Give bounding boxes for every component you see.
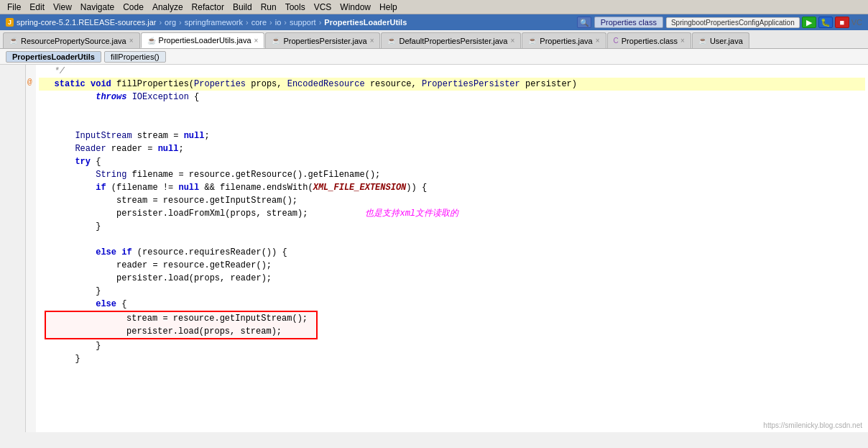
menu-item-help[interactable]: Help	[375, 2, 402, 12]
code-area[interactable]: */ static void fillProperties(Properties…	[36, 65, 868, 432]
bc-org[interactable]: org	[165, 18, 176, 27]
code-line-fill-properties: static void fillProperties(Properties pr…	[39, 78, 865, 91]
code-line: String filename = resource.getResource()…	[39, 168, 865, 181]
sep1: ›	[159, 18, 162, 27]
method-nav-row: PropertiesLoaderUtils fillProperties()	[0, 49, 868, 65]
code-line: }	[39, 352, 865, 365]
bc-springframework[interactable]: springframework	[185, 18, 243, 27]
line-numbers	[0, 65, 26, 432]
code-line: Reader reader = null;	[39, 142, 865, 155]
bc-class[interactable]: PropertiesLoaderUtils	[324, 18, 407, 27]
highlight-box: stream = resource.getInputStream(); pers…	[45, 311, 318, 339]
menu-item-run[interactable]: Run	[257, 2, 281, 12]
run-button[interactable]: ▶	[802, 17, 816, 28]
java-icon: ☕	[528, 37, 537, 45]
tab-label: PropertiesLoaderUtils.java	[159, 36, 251, 45]
gutter: @	[26, 65, 36, 432]
run-config-label[interactable]: SpringbootPropertiesConfigApplication	[666, 17, 800, 28]
java-icon: ☕	[698, 37, 707, 45]
bc-io[interactable]: io	[275, 18, 282, 27]
java-icon: ☕	[272, 37, 280, 45]
close-icon[interactable]: ×	[129, 37, 134, 45]
watermark: https://smilenicky.blog.csdn.net	[763, 421, 862, 429]
debug-button[interactable]: 🐛	[818, 17, 833, 28]
tab-label: PropertiesPersister.java	[283, 37, 366, 45]
tab-label: User.java	[710, 37, 743, 45]
code-line: else if (resource.requiresReader()) {	[39, 246, 865, 259]
close-icon[interactable]: ×	[510, 37, 514, 45]
code-line: else {	[39, 298, 865, 311]
code-line-boxed-2: persister.load(props, stream);	[46, 325, 316, 338]
code-line-load-xml: persister.loadFromXml(props, stream); 也是…	[39, 207, 865, 220]
menu-item-refactor[interactable]: Refactor	[188, 2, 228, 12]
tab-user-java[interactable]: ☕ User.java	[692, 32, 749, 48]
close-icon[interactable]: ×	[596, 37, 600, 45]
menu-item-code[interactable]: Code	[119, 2, 148, 12]
jar-icon: J	[6, 18, 14, 27]
code-line: if (filename != null && filename.endsWit…	[39, 181, 865, 194]
menu-item-analyze[interactable]: Analyze	[148, 2, 188, 12]
code-line: throws IOException {	[39, 91, 865, 104]
tab-label: ResourcePropertySource.java	[21, 37, 126, 45]
menu-item-window[interactable]: Window	[336, 2, 375, 12]
code-line	[39, 233, 865, 246]
class-nav-tab[interactable]: PropertiesLoaderUtils	[6, 51, 101, 63]
close-icon[interactable]: ×	[370, 37, 374, 45]
menu-bar: File Edit View Navigate Code Analyze Ref…	[0, 0, 868, 14]
menu-item-build[interactable]: Build	[228, 2, 257, 12]
menu-item-tools[interactable]: Tools	[281, 2, 310, 12]
code-line: persister.load(props, reader);	[39, 272, 865, 285]
annotation-marker: @	[27, 78, 32, 86]
code-line: }	[39, 339, 865, 352]
code-line: }	[39, 285, 865, 298]
class-icon: C	[614, 37, 619, 45]
menu-item-navigate[interactable]: Navigate	[76, 2, 119, 12]
menu-item-vcs[interactable]: VCS	[310, 2, 336, 12]
search-icon[interactable]: 🔍	[577, 17, 591, 28]
code-line: InputStream stream = null;	[39, 129, 865, 142]
tab-properties-persister[interactable]: ☕ PropertiesPersister.java ×	[265, 32, 380, 48]
title-bar: J spring-core-5.2.1.RELEASE-sources.jar …	[0, 14, 868, 30]
tab-properties-class[interactable]: C Properties.class ×	[607, 32, 691, 48]
tab-properties-loader-utils[interactable]: ☕ PropertiesLoaderUtils.java ×	[141, 32, 265, 48]
tab-label: Properties.class	[622, 37, 678, 45]
java-icon: ☕	[147, 37, 156, 45]
menu-item-view[interactable]: View	[49, 2, 76, 12]
code-line: try {	[39, 155, 865, 168]
code-line: }	[39, 220, 865, 233]
properties-class-button[interactable]: Properties class	[594, 17, 663, 28]
code-line: stream = resource.getInputStream();	[39, 194, 865, 207]
editor-scroll[interactable]: @ */ static void fillProperties(Properti…	[0, 65, 868, 432]
annotation-note: 也是支持xml文件读取的	[365, 207, 458, 220]
tab-properties-java[interactable]: ☕ Properties.java ×	[522, 32, 606, 48]
tab-default-properties-persister[interactable]: ☕ DefaultPropertiesPersister.java ×	[381, 32, 521, 48]
jar-label: spring-core-5.2.1.RELEASE-sources.jar	[17, 18, 156, 27]
code-line-boxed-1: stream = resource.getInputStream();	[46, 312, 316, 325]
more-run-options: VC	[851, 18, 862, 27]
code-line: reader = resource.getReader();	[39, 259, 865, 272]
method-nav-tab[interactable]: fillProperties()	[104, 51, 166, 63]
tab-bar: ☕ ResourcePropertySource.java × ☕ Proper…	[0, 30, 868, 49]
tab-resource-property-source[interactable]: ☕ ResourcePropertySource.java ×	[3, 32, 140, 48]
tab-label: Properties.java	[540, 37, 592, 45]
stop-button[interactable]: ■	[835, 17, 849, 28]
close-icon[interactable]: ×	[254, 37, 259, 45]
close-icon[interactable]: ×	[680, 37, 685, 45]
tab-label: DefaultPropertiesPersister.java	[399, 37, 507, 45]
code-line	[39, 116, 865, 129]
editor-container: @ */ static void fillProperties(Properti…	[0, 65, 868, 432]
bc-core[interactable]: core	[251, 18, 267, 27]
code-line	[39, 104, 865, 116]
java-icon: ☕	[387, 37, 396, 45]
menu-item-file[interactable]: File	[3, 2, 25, 12]
code-line: */	[39, 65, 865, 78]
run-controls: SpringbootPropertiesConfigApplication ▶ …	[666, 17, 862, 28]
bc-support[interactable]: support	[290, 18, 316, 27]
menu-item-edit[interactable]: Edit	[25, 2, 49, 12]
java-icon: ☕	[9, 37, 18, 45]
